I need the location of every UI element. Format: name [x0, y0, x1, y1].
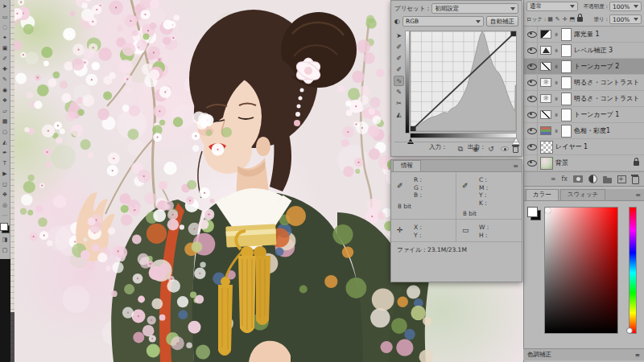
layer-thumbnail[interactable] — [540, 126, 551, 135]
saturation-brightness-field[interactable] — [544, 207, 618, 334]
delete-adjustment-button[interactable] — [513, 146, 518, 153]
adjustment-layer-button[interactable] — [588, 175, 597, 183]
lock-paint-icon[interactable]: ✎ — [555, 16, 560, 23]
opacity-select[interactable]: 100% — [609, 2, 642, 11]
layer-mask-thumbnail[interactable] — [561, 44, 572, 57]
brush-tool[interactable]: ✎ — [0, 75, 10, 85]
curve-point-shadow[interactable] — [411, 126, 416, 131]
reset-adjustment-button[interactable]: ↺ — [485, 144, 497, 154]
foreground-background-swatches[interactable] — [527, 207, 541, 220]
marquee-tool[interactable]: ▭ — [0, 12, 10, 23]
layer-mask-thumbnail[interactable] — [561, 109, 572, 121]
delete-layer-button[interactable] — [632, 176, 639, 184]
bit-depth-left[interactable]: 8 bit — [398, 203, 451, 210]
dodge-tool[interactable]: ◭ — [0, 138, 10, 148]
hue-slider[interactable] — [629, 207, 637, 334]
layer-thumbnail[interactable] — [540, 78, 551, 87]
lasso-tool[interactable]: ◌ — [0, 23, 10, 33]
preset-select[interactable]: 初期設定 — [431, 3, 518, 14]
layer-visibility-toggle[interactable] — [526, 75, 538, 90]
toggle-visibility-button[interactable] — [501, 146, 509, 151]
トーンカーブ 1[interactable]: ∞ トーンカーブ 1 — [524, 107, 644, 123]
gray-point-sampler[interactable]: ✐ — [394, 53, 404, 64]
hue-slider-marker[interactable] — [626, 327, 633, 334]
pen-tool[interactable]: ✒ — [0, 148, 10, 158]
bit-depth-right[interactable]: 8 bit — [463, 210, 517, 217]
hand-tool[interactable]: ✥ — [0, 190, 10, 200]
new-layer-button[interactable] — [617, 175, 626, 183]
layer-thumbnail[interactable] — [540, 110, 551, 119]
lock-all-icon[interactable] — [577, 17, 583, 22]
layer-mask-thumbnail[interactable] — [561, 60, 572, 73]
shape-tool[interactable]: ◻ — [0, 179, 10, 190]
foreground-color-swatch[interactable] — [0, 223, 8, 231]
layer-name[interactable]: 背景 — [555, 158, 568, 167]
layer-thumbnail[interactable] — [540, 62, 551, 71]
channel-select[interactable]: RGB — [402, 16, 484, 27]
quick-selection-tool[interactable]: ✦ — [0, 33, 10, 43]
露光量 1[interactable]: ∞ 露光量 1 — [524, 27, 644, 43]
layer-name[interactable]: 明るさ・コントラスト 2 — [574, 78, 642, 87]
lock-position-icon[interactable]: ✛ — [563, 16, 568, 23]
history-brush-tool[interactable]: ❖ — [0, 96, 10, 106]
crop-tool[interactable]: ▣ — [0, 43, 10, 54]
色相・彩度1[interactable]: ∞ 色相・彩度1 — [524, 123, 644, 139]
layer-visibility-toggle[interactable] — [526, 139, 538, 154]
screen-mode-button[interactable]: ▢ — [0, 245, 10, 256]
curve-point-highlight[interactable] — [510, 31, 516, 36]
gradient-tool[interactable]: ▦ — [0, 117, 10, 127]
draw-curve-pencil[interactable]: ✎ — [394, 87, 404, 97]
layer-thumbnail[interactable] — [540, 30, 551, 39]
edit-toolbar-button[interactable]: ⋯ — [0, 211, 10, 221]
layer-name[interactable]: 色相・彩度1 — [574, 126, 610, 135]
明るさ・コントラスト 2[interactable]: ∞ 明るさ・コントラスト 2 — [524, 75, 644, 91]
layer-visibility-toggle[interactable] — [526, 43, 538, 58]
panel-menu-icon[interactable]: ≡ — [635, 191, 641, 199]
明るさ・コントラスト 1[interactable]: ∞ 明るさ・コントラスト 1 — [524, 91, 644, 107]
layer-thumbnail[interactable] — [540, 157, 553, 170]
path-select-tool[interactable]: ▶ — [0, 169, 10, 179]
move-tool[interactable]: ➤ — [0, 2, 10, 12]
smooth-curve-button[interactable]: ✂ — [394, 98, 404, 109]
curve-grid[interactable] — [410, 31, 517, 132]
layer-name[interactable]: レベル補正 3 — [574, 46, 613, 55]
layer-name[interactable]: 露光量 1 — [574, 30, 600, 39]
color-picker-marker[interactable] — [545, 208, 551, 213]
layer-name[interactable]: トーンカーブ 2 — [574, 62, 619, 71]
eraser-tool[interactable]: ▱ — [0, 106, 10, 117]
layer-thumbnail[interactable] — [540, 46, 551, 55]
レベル補正 3[interactable]: ∞ レベル補正 3 — [524, 43, 644, 59]
new-group-button[interactable] — [603, 178, 612, 183]
layer-mask-thumbnail[interactable] — [561, 93, 572, 105]
targeted-adjustment-tool[interactable]: ➤ — [394, 31, 404, 41]
layer-visibility-toggle[interactable] — [526, 107, 538, 122]
zoom-tool[interactable]: ◎ — [0, 200, 10, 211]
layer-name[interactable]: トーンカーブ 1 — [574, 110, 619, 119]
eyedropper-tool[interactable]: ✐ — [0, 54, 10, 64]
レイヤー 1[interactable]: ∞ レイヤー 1 — [524, 139, 644, 155]
auto-correct-button[interactable]: 自動補正 — [486, 16, 518, 27]
layer-effects-button[interactable]: fx — [561, 175, 568, 183]
adjustments-collapsed-tab[interactable]: 色調補正 ≡ — [523, 348, 644, 360]
tab-color[interactable]: カラー — [526, 189, 559, 200]
edit-points-tool[interactable]: ∿ — [394, 76, 404, 86]
white-point-sampler[interactable]: ✐ — [394, 64, 404, 75]
lock-artboard-icon[interactable]: ⬒ — [570, 16, 576, 23]
blur-tool[interactable]: ○ — [0, 127, 10, 138]
add-mask-button[interactable] — [573, 175, 583, 183]
type-tool[interactable]: T — [0, 158, 10, 169]
lock-transparent-icon[interactable]: ▦ — [547, 16, 553, 23]
トーンカーブ 2[interactable]: ∞ トーンカーブ 2 — [524, 59, 644, 75]
layer-visibility-toggle[interactable] — [526, 155, 538, 171]
clone-stamp-tool[interactable]: ◉ — [0, 85, 10, 96]
spot-healing-tool[interactable]: ✚ — [0, 64, 10, 75]
layer-visibility-toggle[interactable] — [526, 59, 538, 74]
view-previous-state-button[interactable]: ◉ — [470, 144, 481, 154]
quick-mask-button[interactable]: ◨ — [0, 235, 10, 245]
panel-menu-icon[interactable]: ≡ — [513, 162, 518, 170]
layer-visibility-toggle[interactable] — [526, 27, 538, 42]
clipping-display-icon[interactable]: ◭ — [394, 109, 404, 120]
layer-mask-thumbnail[interactable] — [561, 125, 572, 138]
layer-visibility-toggle[interactable] — [526, 91, 538, 106]
fill-select[interactable]: 100% — [609, 14, 642, 24]
